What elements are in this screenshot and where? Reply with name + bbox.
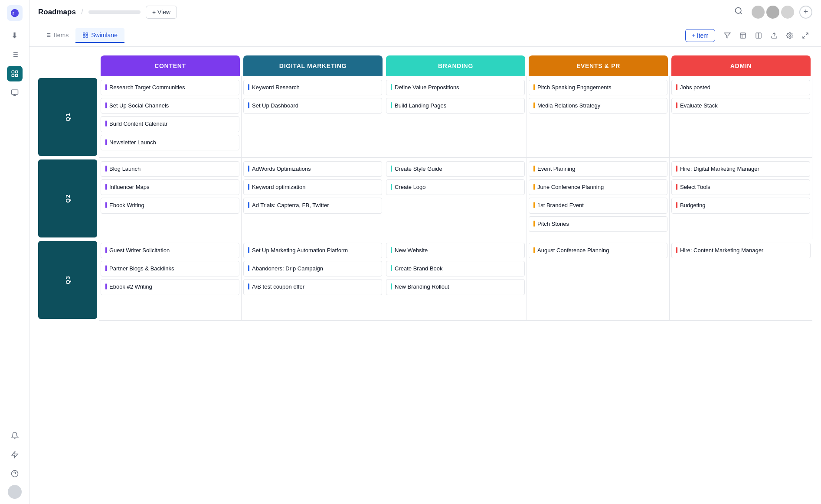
card-text: A/B test coupon offer xyxy=(252,283,304,291)
card[interactable]: Select Tools xyxy=(671,179,810,195)
card[interactable]: Partner Blogs & Backlinks xyxy=(101,261,239,276)
card[interactable]: Evaluate Stack xyxy=(671,98,810,114)
card[interactable]: Define Value Propositions xyxy=(386,80,525,95)
card[interactable]: Create Brand Book xyxy=(386,261,525,276)
digital-col-header: DIGITAL MARKETING xyxy=(243,55,383,76)
card-accent xyxy=(676,202,677,208)
help-icon[interactable] xyxy=(7,466,23,481)
card[interactable]: Influencer Maps xyxy=(101,179,239,195)
svg-rect-10 xyxy=(12,75,14,77)
card-text: Media Relations Strategy xyxy=(537,102,600,110)
list-icon[interactable] xyxy=(7,47,23,62)
card[interactable]: Set Up Dashboard xyxy=(243,98,382,114)
card[interactable]: Event Planning xyxy=(529,161,667,177)
card[interactable]: Newsletter Launch xyxy=(101,135,239,150)
card[interactable]: Media Relations Strategy xyxy=(529,98,667,114)
card-accent xyxy=(248,202,249,208)
person-icon[interactable] xyxy=(7,85,23,101)
card-text: Budgeting xyxy=(680,202,706,209)
board-cell-q1-admin: Jobs postedEvaluate Stack xyxy=(670,76,812,158)
columns-icon[interactable] xyxy=(752,29,765,42)
svg-line-19 xyxy=(740,13,742,14)
svg-point-0 xyxy=(10,9,18,17)
card-accent xyxy=(391,84,392,90)
card[interactable]: Set Up Social Channels xyxy=(101,98,239,114)
card[interactable]: AdWords Optimizations xyxy=(243,161,382,177)
download-icon[interactable]: ⬇ xyxy=(7,28,23,43)
filter-icon[interactable] xyxy=(720,29,734,42)
settings-icon[interactable] xyxy=(783,29,797,42)
svg-text:r: r xyxy=(12,10,14,16)
card-text: Ebook Writing xyxy=(109,202,144,209)
card-text: Event Planning xyxy=(537,165,575,173)
user-avatar[interactable] xyxy=(8,485,22,499)
card[interactable]: Ad Trials: Capterra, FB, Twitter xyxy=(243,198,382,213)
card[interactable]: Blog Launch xyxy=(101,161,239,177)
app-logo[interactable]: r xyxy=(7,5,23,21)
card-accent xyxy=(533,166,535,172)
main-content: Roadmaps / + View + Items Swimlane + Ite… xyxy=(29,0,821,504)
card[interactable]: A/B test coupon offer xyxy=(243,279,382,295)
add-view-button[interactable]: + View xyxy=(146,6,177,19)
bell-icon[interactable] xyxy=(7,428,23,443)
card-text: Set Up Social Channels xyxy=(109,102,169,110)
card-accent xyxy=(391,265,392,271)
card[interactable]: Abandoners: Drip Campaign xyxy=(243,261,382,276)
svg-rect-26 xyxy=(83,33,85,34)
breadcrumb xyxy=(88,10,141,14)
card-text: Create Style Guide xyxy=(395,165,442,173)
card-accent xyxy=(676,84,677,90)
card[interactable]: Research Target Communities xyxy=(101,80,239,95)
card[interactable]: Ebook Writing xyxy=(101,198,239,213)
card[interactable]: Set Up Marketing Automation Platform xyxy=(243,243,382,258)
card-accent xyxy=(676,247,677,253)
board-header-spacer xyxy=(38,55,99,76)
export-icon[interactable] xyxy=(767,29,781,42)
card[interactable]: Ebook #2 Writing xyxy=(101,279,239,295)
card-accent xyxy=(105,283,107,289)
add-item-button[interactable]: + Item xyxy=(685,29,715,42)
card[interactable]: June Conference Planning xyxy=(529,179,667,195)
card[interactable]: Pitch Speaking Engagements xyxy=(529,80,667,95)
expand-icon[interactable] xyxy=(798,29,812,42)
card[interactable]: Create Style Guide xyxy=(386,161,525,177)
board-cell-q2-content: Blog LaunchInfluencer MapsEbook Writing xyxy=(99,158,242,239)
card[interactable]: New Branding Rollout xyxy=(386,279,525,295)
card[interactable]: Budgeting xyxy=(671,198,810,213)
board-cell-q2-branding: Create Style GuideCreate Logo xyxy=(384,158,527,239)
items-tab[interactable]: Items xyxy=(38,28,75,43)
page-title: Roadmaps xyxy=(38,8,76,16)
card-text: Blog Launch xyxy=(109,165,141,173)
card[interactable]: Hire: Content Marketing Manager xyxy=(671,243,811,258)
add-member-button[interactable]: + xyxy=(799,6,812,19)
card-accent xyxy=(248,166,249,172)
card-accent xyxy=(391,247,392,253)
swimlane-tab[interactable]: Swimlane xyxy=(75,28,124,43)
card-text: Pitch Speaking Engagements xyxy=(537,84,612,91)
card[interactable]: Hire: Digital Marketing Manager xyxy=(671,161,810,177)
user-avatar-1 xyxy=(752,6,765,19)
card[interactable]: Build Content Calendar xyxy=(101,116,239,132)
card[interactable]: New Website xyxy=(386,243,525,258)
card[interactable]: Keyword optimization xyxy=(243,179,382,195)
card[interactable]: Pitch Stories xyxy=(529,216,667,232)
svg-point-37 xyxy=(789,35,791,36)
roadmap-icon[interactable] xyxy=(7,66,23,81)
card-accent xyxy=(105,247,107,253)
card[interactable]: Guest Writer Solicitation xyxy=(101,243,239,258)
card-accent xyxy=(105,84,107,90)
card[interactable]: August Conference Planning xyxy=(529,243,667,258)
card[interactable]: Create Logo xyxy=(386,179,525,195)
card[interactable]: Build Landing Pages xyxy=(386,98,525,114)
board-cell-q1-events: Pitch Speaking EngagementsMedia Relation… xyxy=(527,76,670,158)
card-text: Build Landing Pages xyxy=(395,102,446,110)
card[interactable]: Jobs posted xyxy=(671,80,810,95)
card[interactable]: 1st Branded Event xyxy=(529,198,667,213)
table-icon[interactable] xyxy=(736,29,750,42)
lightning-icon[interactable] xyxy=(7,447,23,462)
card-text: Ebook #2 Writing xyxy=(109,283,152,291)
card-accent xyxy=(105,166,107,172)
card[interactable]: Keyword Research xyxy=(243,80,382,95)
svg-rect-12 xyxy=(11,90,18,94)
search-icon[interactable] xyxy=(734,7,743,17)
